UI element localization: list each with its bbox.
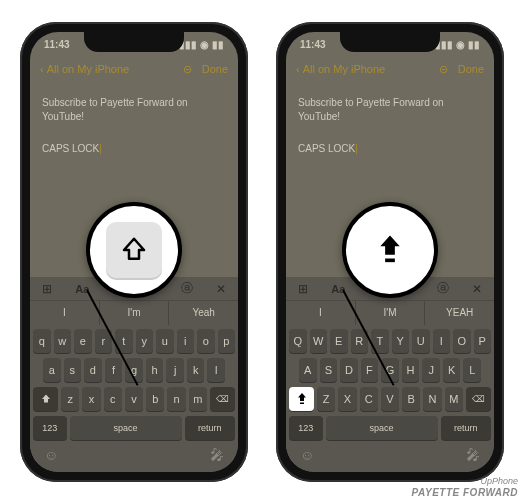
backspace-key[interactable]: ⌫ <box>210 387 235 411</box>
key-a[interactable]: a <box>43 358 61 382</box>
svg-rect-1 <box>300 403 304 405</box>
nav-bar: ‹ All on My iPhone ⊝ Done <box>30 56 238 82</box>
space-key[interactable]: space <box>70 416 182 440</box>
key-w[interactable]: W <box>310 329 328 353</box>
chevron-left-icon: ‹ <box>40 63 44 75</box>
done-button[interactable]: Done <box>458 63 484 75</box>
suggestion-3[interactable]: YEAH <box>425 301 494 325</box>
key-j[interactable]: J <box>422 358 440 382</box>
note-body[interactable]: Subscribe to Payette Forward on YouTube!… <box>30 88 238 182</box>
return-key[interactable]: return <box>185 416 235 440</box>
key-v[interactable]: V <box>381 387 399 411</box>
battery-icon: ▮▮ <box>212 39 224 50</box>
key-b[interactable]: b <box>146 387 164 411</box>
dictation-icon[interactable]: 🎤︎ <box>210 447 224 463</box>
key-m[interactable]: m <box>189 387 207 411</box>
numbers-key[interactable]: 123 <box>33 416 67 440</box>
key-v[interactable]: v <box>125 387 143 411</box>
notch <box>340 32 440 52</box>
keyboard-bottom-bar: ☺ 🎤︎ <box>30 445 238 463</box>
key-n[interactable]: n <box>167 387 185 411</box>
key-n[interactable]: N <box>423 387 441 411</box>
svg-rect-0 <box>385 259 395 263</box>
more-icon[interactable]: ⊝ <box>183 63 192 76</box>
key-i[interactable]: I <box>433 329 451 353</box>
keyboard-bottom-bar: ☺ 🎤︎ <box>286 445 494 463</box>
done-button[interactable]: Done <box>202 63 228 75</box>
suggestion-2[interactable]: I'M <box>356 301 426 325</box>
shift-outline-icon <box>119 235 149 265</box>
key-u[interactable]: U <box>412 329 430 353</box>
key-j[interactable]: j <box>166 358 184 382</box>
keyboard: ⊞ Aa ☑ ◎ ⓐ ✕ I I'M YEAH QWERTYUIOP ASDFG… <box>286 277 494 472</box>
return-key[interactable]: return <box>441 416 491 440</box>
key-f[interactable]: F <box>361 358 379 382</box>
suggestion-1[interactable]: I <box>30 301 100 325</box>
table-icon[interactable]: ⊞ <box>42 282 52 296</box>
key-m[interactable]: M <box>445 387 463 411</box>
watermark-line-2: PAYETTE FORWARD <box>412 487 518 498</box>
phone-right: 11:43 ▮▮▮▮ ◉ ▮▮ ‹ All on My iPhone ⊝ Don… <box>276 22 504 482</box>
key-l[interactable]: l <box>207 358 225 382</box>
markup-icon[interactable]: ⓐ <box>181 280 193 297</box>
key-i[interactable]: i <box>177 329 195 353</box>
key-c[interactable]: c <box>104 387 122 411</box>
key-z[interactable]: Z <box>317 387 335 411</box>
key-b[interactable]: B <box>402 387 420 411</box>
emoji-icon[interactable]: ☺ <box>44 447 58 463</box>
key-u[interactable]: u <box>156 329 174 353</box>
close-toolbar-icon[interactable]: ✕ <box>472 282 482 296</box>
key-e[interactable]: E <box>330 329 348 353</box>
watermark-line-1: UpPhone <box>412 477 518 487</box>
suggestion-1[interactable]: I <box>286 301 356 325</box>
shift-outline-icon <box>40 393 52 405</box>
note-line-2: CAPS LOCK| <box>42 142 226 156</box>
key-p[interactable]: P <box>474 329 492 353</box>
key-x[interactable]: x <box>82 387 100 411</box>
suggestion-2[interactable]: I'm <box>100 301 170 325</box>
key-s[interactable]: s <box>64 358 82 382</box>
key-d[interactable]: d <box>84 358 102 382</box>
back-label: All on My iPhone <box>303 63 386 75</box>
key-l[interactable]: L <box>463 358 481 382</box>
key-s[interactable]: S <box>320 358 338 382</box>
key-c[interactable]: C <box>360 387 378 411</box>
key-y[interactable]: y <box>136 329 154 353</box>
key-f[interactable]: f <box>105 358 123 382</box>
shift-key[interactable] <box>33 387 58 411</box>
capslock-key[interactable] <box>289 387 314 411</box>
markup-icon[interactable]: ⓐ <box>437 280 449 297</box>
emoji-icon[interactable]: ☺ <box>300 447 314 463</box>
key-q[interactable]: Q <box>289 329 307 353</box>
key-p[interactable]: p <box>218 329 236 353</box>
note-body[interactable]: Subscribe to Payette Forward on YouTube!… <box>286 88 494 182</box>
backspace-icon: ⌫ <box>216 394 229 404</box>
capslock-key-zoom <box>362 222 418 278</box>
key-d[interactable]: D <box>340 358 358 382</box>
suggestion-3[interactable]: Yeah <box>169 301 238 325</box>
status-time: 11:43 <box>300 39 326 50</box>
key-h[interactable]: H <box>402 358 420 382</box>
back-button[interactable]: ‹ All on My iPhone <box>296 63 385 75</box>
dictation-icon[interactable]: 🎤︎ <box>466 447 480 463</box>
key-e[interactable]: e <box>74 329 92 353</box>
key-z[interactable]: z <box>61 387 79 411</box>
key-o[interactable]: o <box>197 329 215 353</box>
key-w[interactable]: w <box>54 329 72 353</box>
status-time: 11:43 <box>44 39 70 50</box>
key-x[interactable]: X <box>338 387 356 411</box>
close-toolbar-icon[interactable]: ✕ <box>216 282 226 296</box>
key-h[interactable]: h <box>146 358 164 382</box>
key-y[interactable]: Y <box>392 329 410 353</box>
numbers-key[interactable]: 123 <box>289 416 323 440</box>
table-icon[interactable]: ⊞ <box>298 282 308 296</box>
key-q[interactable]: q <box>33 329 51 353</box>
space-key[interactable]: space <box>326 416 438 440</box>
back-button[interactable]: ‹ All on My iPhone <box>40 63 129 75</box>
key-o[interactable]: O <box>453 329 471 353</box>
more-icon[interactable]: ⊝ <box>439 63 448 76</box>
backspace-key[interactable]: ⌫ <box>466 387 491 411</box>
key-a[interactable]: A <box>299 358 317 382</box>
key-k[interactable]: k <box>187 358 205 382</box>
key-k[interactable]: K <box>443 358 461 382</box>
